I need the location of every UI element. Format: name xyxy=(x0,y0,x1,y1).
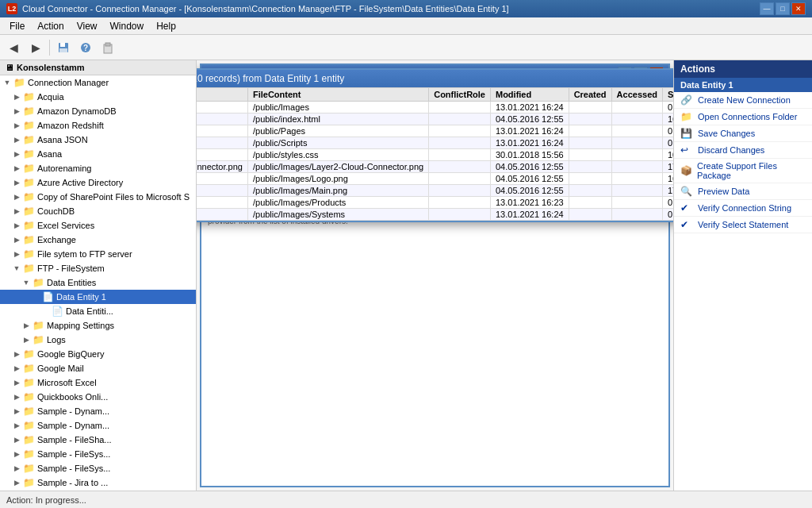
action-item[interactable]: 📁Open Connections Folder xyxy=(674,109,812,125)
action-item[interactable]: 📦Create Support Files Package xyxy=(674,159,812,183)
menu-view[interactable]: View xyxy=(71,19,104,33)
close-button[interactable]: ✕ xyxy=(791,2,806,15)
tree-item[interactable]: ▶📁Logs xyxy=(0,333,196,347)
tree-node-label: Sample - Dynam... xyxy=(37,421,109,430)
table-row[interactable]: /styles.css/public/styles.css30.01.2018 … xyxy=(197,149,673,161)
tree-item[interactable]: ▶📁Sample - FileSys... xyxy=(0,447,196,461)
menu-action[interactable]: Action xyxy=(31,19,70,33)
table-row[interactable]: /Images/public/Images13.01.2021 16:240Im… xyxy=(197,102,673,114)
minimize-button[interactable]: — xyxy=(760,2,774,15)
tree-item[interactable]: ▶📁Autorenaming xyxy=(0,161,196,175)
tree-item[interactable]: ▶📁Mapping Settings xyxy=(0,318,196,333)
tree-item[interactable]: ▶📁Sample - Jira to ... xyxy=(0,475,196,490)
tree-item[interactable]: ▶📁Amazon DynamoDB xyxy=(0,104,196,118)
tree-node-icon: 📁 xyxy=(32,276,44,289)
table-row[interactable]: /Images/Main.png/public/Images/Main.png0… xyxy=(197,185,673,197)
tree-item[interactable]: ▶📁Sample - JSON V... xyxy=(0,490,196,491)
table-row[interactable]: /Images/Logo.png/public/Images/Logo.png0… xyxy=(197,173,673,185)
tree-node-icon: 📁 xyxy=(22,348,35,360)
maximize-button[interactable]: □ xyxy=(776,2,790,15)
tree-item[interactable]: ▶📁Acquia xyxy=(0,90,196,104)
action-item-icon: 📁 xyxy=(680,111,693,122)
menu-help[interactable]: Help xyxy=(150,19,182,33)
modal-body: FilePathFileContentConflictRoleModifiedC… xyxy=(197,87,673,221)
tree-node-label: Quickbooks Onli... xyxy=(37,392,108,402)
tree-toggle-icon: ▶ xyxy=(21,321,32,329)
tree-item[interactable]: ▶📁Exchange xyxy=(0,233,196,247)
action-item-label: Verify Connection String xyxy=(698,203,791,213)
tree-node-icon: 📁 xyxy=(22,233,35,246)
action-item-label: Discard Changes xyxy=(698,145,764,155)
tree-item[interactable]: ▶📁Asana JSON xyxy=(0,133,196,147)
table-row[interactable]: /Pages/public/Pages13.01.2021 16:240Page… xyxy=(197,125,673,137)
tree-toggle-icon: ▶ xyxy=(11,93,22,101)
action-item[interactable]: ✔Verify Select Statement xyxy=(674,217,812,233)
tree-item[interactable]: ▼📁Data Entities xyxy=(0,275,196,290)
table-column-header: FileContent xyxy=(247,88,428,102)
action-item[interactable]: 🔍Preview Data xyxy=(674,183,812,200)
clipboard-button[interactable] xyxy=(98,38,118,57)
table-row[interactable]: /Images/Layer2-Cloud-Connector.png/publi… xyxy=(197,161,673,173)
tree-item[interactable]: ▼📁Connection Manager xyxy=(0,75,196,90)
tree-toggle-icon: ▶ xyxy=(21,336,32,344)
tree-node-icon: 📁 xyxy=(32,319,44,332)
preview-modal: Preview sample data (10 records) from Da… xyxy=(197,68,673,222)
tree-item[interactable]: ▶📁Quickbooks Onli... xyxy=(0,390,196,404)
action-item-icon: ↩ xyxy=(680,144,693,156)
action-item-icon: 🔗 xyxy=(680,94,693,106)
table-row[interactable]: /Images/Products/public/Images/Products1… xyxy=(197,197,673,209)
tree-node-icon: 📁 xyxy=(22,476,35,489)
action-item[interactable]: ↩Discard Changes xyxy=(674,142,812,159)
tree-item[interactable]: ▶📁CouchDB xyxy=(0,204,196,218)
tree-item[interactable]: ▶📁Amazon Redshift xyxy=(0,118,196,133)
tree-toggle-icon: ▶ xyxy=(11,250,22,258)
table-cell: /public/Images/Products xyxy=(247,197,428,209)
action-item[interactable]: 🔗Create New Connection xyxy=(674,92,812,109)
tree-item[interactable]: ▶📁Microsoft Excel xyxy=(0,375,196,390)
tree-item[interactable]: ▶📁Sample - Dynam... xyxy=(0,404,196,418)
tree-node-label: Sample - FileSys... xyxy=(37,449,110,459)
tree-item[interactable]: ▶📁Sample - Dynam... xyxy=(0,418,196,433)
table-column-header: Modified xyxy=(490,88,569,102)
tree-toggle-icon: ▼ xyxy=(11,264,22,272)
tree-item[interactable]: ▶📁Google Mail xyxy=(0,361,196,375)
tree-item[interactable]: ▶📁Azure Active Directory xyxy=(0,175,196,190)
action-item[interactable]: ✔Verify Connection String xyxy=(674,200,812,217)
action-item-label: Preview Data xyxy=(698,187,749,196)
table-row[interactable]: /index.html/public/index.html04.05.2016 … xyxy=(197,114,673,125)
tree-item[interactable]: ▶📁Asana xyxy=(0,147,196,161)
menu-file[interactable]: File xyxy=(3,19,31,33)
table-header: FilePathFileContentConflictRoleModifiedC… xyxy=(197,88,673,102)
tree-item[interactable]: ▶📁File sytem to FTP server xyxy=(0,247,196,261)
status-bar: Action: In progress... xyxy=(0,491,812,508)
tree-node-icon: 📁 xyxy=(22,119,35,132)
table-cell: 13.01.2021 16:24 xyxy=(490,125,569,137)
modal-titlebar: Preview sample data (10 records) from Da… xyxy=(197,70,673,87)
table-row[interactable]: /Images/Systems/public/Images/Systems13.… xyxy=(197,209,673,221)
tree-item[interactable]: ▼📁FTP - FileSystem xyxy=(0,261,196,275)
table-cell: /public/Images xyxy=(247,102,428,114)
table-cell: 13.01.2021 16:23 xyxy=(490,197,569,209)
tree-item[interactable]: ▶📁Sample - FileSha... xyxy=(0,433,196,447)
action-item[interactable]: 💾Save Changes xyxy=(674,125,812,142)
tree-item[interactable]: ▶📁Sample - FileSys... xyxy=(0,461,196,475)
menu-window[interactable]: Window xyxy=(104,19,151,33)
tree-item[interactable]: ▶📁Excel Services xyxy=(0,218,196,233)
save-button[interactable] xyxy=(53,38,74,57)
back-button[interactable]: ◀ xyxy=(3,38,24,57)
tree-item[interactable]: ▶📁Copy of SharePoint Files to Microsoft … xyxy=(0,190,196,204)
help-button[interactable]: ? xyxy=(75,38,96,57)
table-row[interactable]: /Scripts/public/Scripts13.01.2021 16:240… xyxy=(197,137,673,149)
forward-button[interactable]: ▶ xyxy=(25,38,46,57)
action-item-icon: 🔍 xyxy=(680,186,693,197)
table-cell: 1705017 xyxy=(662,161,673,173)
tree-item[interactable]: 📄Data Entiti... xyxy=(0,304,196,318)
table-cell: 13.01.2021 16:24 xyxy=(490,102,569,114)
tree-toggle-icon: ▶ xyxy=(11,221,22,229)
tree-node-label: Exchange xyxy=(37,235,76,244)
tree-item[interactable]: ▶📁Google BigQuery xyxy=(0,347,196,361)
table-cell xyxy=(611,137,662,149)
preview-table: FilePathFileContentConflictRoleModifiedC… xyxy=(197,87,673,221)
action-item-label: Save Changes xyxy=(698,129,755,138)
tree-item[interactable]: 📄Data Entity 1 xyxy=(0,290,196,304)
